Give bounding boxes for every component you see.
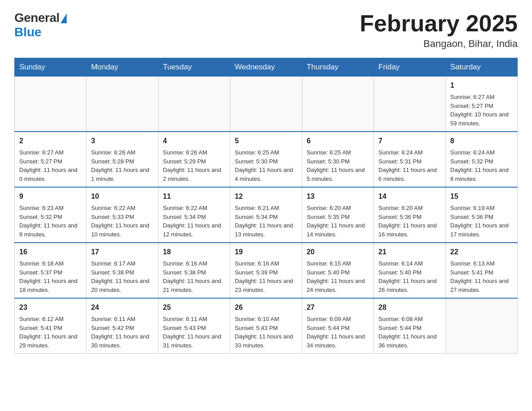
calendar-body: 1Sunrise: 6:27 AM Sunset: 5:27 PM Daylig… (15, 77, 518, 354)
day-number: 25 (163, 302, 225, 313)
day-sun-info: Sunrise: 6:25 AM Sunset: 5:30 PM Dayligh… (235, 148, 297, 183)
logo-triangle-icon (60, 13, 67, 23)
calendar-title: February 2025 (360, 11, 518, 36)
day-number: 6 (307, 136, 369, 146)
calendar-day-cell (230, 77, 302, 132)
day-sun-info: Sunrise: 6:25 AM Sunset: 5:30 PM Dayligh… (307, 148, 369, 183)
calendar-day-cell: 11Sunrise: 6:22 AM Sunset: 5:34 PM Dayli… (158, 187, 230, 243)
calendar-day-cell: 4Sunrise: 6:26 AM Sunset: 5:29 PM Daylig… (158, 132, 230, 187)
calendar-week-row: 23Sunrise: 6:12 AM Sunset: 5:41 PM Dayli… (15, 298, 518, 354)
calendar-day-cell (158, 77, 230, 132)
calendar-day-cell: 22Sunrise: 6:13 AM Sunset: 5:41 PM Dayli… (446, 243, 517, 298)
calendar-day-cell: 9Sunrise: 6:23 AM Sunset: 5:32 PM Daylig… (15, 187, 86, 243)
day-number: 26 (235, 302, 297, 313)
day-sun-info: Sunrise: 6:21 AM Sunset: 5:34 PM Dayligh… (235, 204, 297, 239)
calendar-day-cell: 26Sunrise: 6:10 AM Sunset: 5:43 PM Dayli… (230, 298, 302, 354)
day-number: 23 (19, 302, 82, 313)
page-header: General Blue February 2025 Bangaon, Biha… (14, 11, 518, 50)
day-sun-info: Sunrise: 6:16 AM Sunset: 5:39 PM Dayligh… (235, 259, 297, 294)
calendar-day-cell: 17Sunrise: 6:17 AM Sunset: 5:38 PM Dayli… (86, 243, 158, 298)
calendar-day-cell: 5Sunrise: 6:25 AM Sunset: 5:30 PM Daylig… (230, 132, 302, 187)
day-sun-info: Sunrise: 6:20 AM Sunset: 5:35 PM Dayligh… (307, 204, 369, 239)
calendar-day-cell: 1Sunrise: 6:27 AM Sunset: 5:27 PM Daylig… (446, 77, 517, 132)
day-number: 24 (91, 302, 153, 313)
calendar-location: Bangaon, Bihar, India (360, 38, 518, 50)
logo: General Blue (14, 11, 67, 39)
weekday-header-saturday: Saturday (446, 58, 517, 77)
calendar-day-cell: 2Sunrise: 6:27 AM Sunset: 5:27 PM Daylig… (15, 132, 86, 187)
calendar-day-cell: 24Sunrise: 6:11 AM Sunset: 5:42 PM Dayli… (86, 298, 158, 354)
day-sun-info: Sunrise: 6:19 AM Sunset: 5:36 PM Dayligh… (450, 204, 513, 239)
day-sun-info: Sunrise: 6:20 AM Sunset: 5:36 PM Dayligh… (378, 204, 441, 239)
day-sun-info: Sunrise: 6:24 AM Sunset: 5:32 PM Dayligh… (450, 148, 513, 183)
weekday-header-monday: Monday (86, 58, 158, 77)
calendar-week-row: 9Sunrise: 6:23 AM Sunset: 5:32 PM Daylig… (15, 187, 518, 243)
calendar-day-cell (15, 77, 86, 132)
day-sun-info: Sunrise: 6:09 AM Sunset: 5:44 PM Dayligh… (307, 315, 369, 350)
day-number: 15 (450, 191, 513, 202)
calendar-day-cell (302, 77, 373, 132)
day-sun-info: Sunrise: 6:08 AM Sunset: 5:44 PM Dayligh… (378, 315, 441, 350)
day-sun-info: Sunrise: 6:15 AM Sunset: 5:40 PM Dayligh… (307, 259, 369, 294)
day-number: 28 (378, 302, 441, 313)
day-number: 3 (91, 136, 153, 146)
day-number: 8 (450, 136, 513, 146)
calendar-day-cell (374, 77, 446, 132)
title-block: February 2025 Bangaon, Bihar, India (360, 11, 518, 50)
day-sun-info: Sunrise: 6:17 AM Sunset: 5:38 PM Dayligh… (91, 259, 153, 294)
logo-general-text: General (14, 11, 60, 25)
calendar-day-cell: 10Sunrise: 6:22 AM Sunset: 5:33 PM Dayli… (86, 187, 158, 243)
calendar-day-cell: 12Sunrise: 6:21 AM Sunset: 5:34 PM Dayli… (230, 187, 302, 243)
day-number: 12 (235, 191, 297, 202)
calendar-week-row: 2Sunrise: 6:27 AM Sunset: 5:27 PM Daylig… (15, 132, 518, 187)
day-number: 4 (163, 136, 225, 146)
calendar-day-cell: 13Sunrise: 6:20 AM Sunset: 5:35 PM Dayli… (302, 187, 373, 243)
day-number: 27 (307, 302, 369, 313)
day-sun-info: Sunrise: 6:18 AM Sunset: 5:37 PM Dayligh… (19, 259, 82, 294)
calendar-header: SundayMondayTuesdayWednesdayThursdayFrid… (15, 58, 518, 77)
logo-blue-text: Blue (14, 25, 67, 39)
day-number: 19 (235, 247, 297, 257)
day-sun-info: Sunrise: 6:26 AM Sunset: 5:28 PM Dayligh… (91, 148, 153, 183)
day-sun-info: Sunrise: 6:14 AM Sunset: 5:40 PM Dayligh… (378, 259, 441, 294)
calendar-day-cell: 8Sunrise: 6:24 AM Sunset: 5:32 PM Daylig… (446, 132, 517, 187)
calendar-day-cell: 14Sunrise: 6:20 AM Sunset: 5:36 PM Dayli… (374, 187, 446, 243)
day-sun-info: Sunrise: 6:12 AM Sunset: 5:41 PM Dayligh… (19, 315, 82, 350)
day-sun-info: Sunrise: 6:26 AM Sunset: 5:29 PM Dayligh… (163, 148, 225, 183)
day-sun-info: Sunrise: 6:11 AM Sunset: 5:43 PM Dayligh… (163, 315, 225, 350)
day-number: 16 (19, 247, 82, 257)
day-number: 17 (91, 247, 153, 257)
calendar-day-cell: 21Sunrise: 6:14 AM Sunset: 5:40 PM Dayli… (374, 243, 446, 298)
weekday-header-sunday: Sunday (15, 58, 86, 77)
day-number: 2 (19, 136, 82, 146)
calendar-day-cell (446, 298, 517, 354)
calendar-day-cell (86, 77, 158, 132)
calendar-day-cell: 19Sunrise: 6:16 AM Sunset: 5:39 PM Dayli… (230, 243, 302, 298)
weekday-header-wednesday: Wednesday (230, 58, 302, 77)
day-sun-info: Sunrise: 6:27 AM Sunset: 5:27 PM Dayligh… (19, 148, 82, 183)
calendar-day-cell: 3Sunrise: 6:26 AM Sunset: 5:28 PM Daylig… (86, 132, 158, 187)
calendar-day-cell: 27Sunrise: 6:09 AM Sunset: 5:44 PM Dayli… (302, 298, 373, 354)
day-number: 1 (450, 80, 513, 91)
calendar-day-cell: 18Sunrise: 6:16 AM Sunset: 5:38 PM Dayli… (158, 243, 230, 298)
weekday-header-row: SundayMondayTuesdayWednesdayThursdayFrid… (15, 58, 518, 77)
day-number: 20 (307, 247, 369, 257)
calendar-week-row: 1Sunrise: 6:27 AM Sunset: 5:27 PM Daylig… (15, 77, 518, 132)
day-number: 11 (163, 191, 225, 202)
day-number: 18 (163, 247, 225, 257)
calendar-day-cell: 15Sunrise: 6:19 AM Sunset: 5:36 PM Dayli… (446, 187, 517, 243)
day-sun-info: Sunrise: 6:24 AM Sunset: 5:31 PM Dayligh… (378, 148, 441, 183)
calendar-day-cell: 23Sunrise: 6:12 AM Sunset: 5:41 PM Dayli… (15, 298, 86, 354)
calendar-day-cell: 20Sunrise: 6:15 AM Sunset: 5:40 PM Dayli… (302, 243, 373, 298)
day-sun-info: Sunrise: 6:27 AM Sunset: 5:27 PM Dayligh… (450, 93, 513, 128)
calendar-week-row: 16Sunrise: 6:18 AM Sunset: 5:37 PM Dayli… (15, 243, 518, 298)
day-sun-info: Sunrise: 6:10 AM Sunset: 5:43 PM Dayligh… (235, 315, 297, 350)
day-sun-info: Sunrise: 6:13 AM Sunset: 5:41 PM Dayligh… (450, 259, 513, 294)
weekday-header-tuesday: Tuesday (158, 58, 230, 77)
calendar-day-cell: 25Sunrise: 6:11 AM Sunset: 5:43 PM Dayli… (158, 298, 230, 354)
calendar-table: SundayMondayTuesdayWednesdayThursdayFrid… (14, 58, 518, 354)
day-number: 7 (378, 136, 441, 146)
calendar-day-cell: 6Sunrise: 6:25 AM Sunset: 5:30 PM Daylig… (302, 132, 373, 187)
day-number: 14 (378, 191, 441, 202)
calendar-day-cell: 7Sunrise: 6:24 AM Sunset: 5:31 PM Daylig… (374, 132, 446, 187)
